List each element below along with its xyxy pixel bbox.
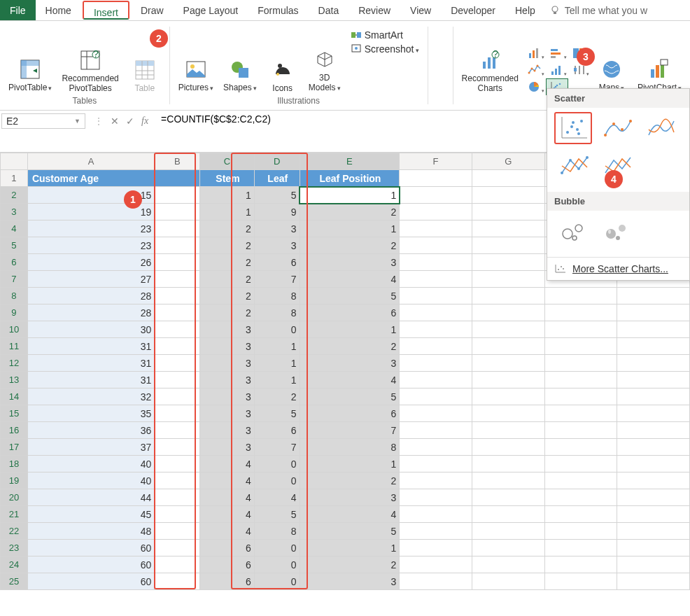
cell-E18[interactable]: 1 xyxy=(300,456,400,472)
row-header-15[interactable]: 15 xyxy=(1,405,28,422)
cell-E11[interactable]: 2 xyxy=(300,338,400,355)
cell-C7[interactable]: 2 xyxy=(200,271,255,288)
screenshot-button[interactable]: Screenshot xyxy=(346,42,423,56)
cell-B11[interactable] xyxy=(155,338,200,355)
cell-H11[interactable] xyxy=(544,338,617,355)
cell-A10[interactable]: 30 xyxy=(27,321,154,338)
cell-G22[interactable] xyxy=(472,523,544,540)
cell-C12[interactable]: 3 xyxy=(200,355,255,372)
cell-D15[interactable]: 5 xyxy=(254,405,300,422)
3d-models-button[interactable]: 3D Models xyxy=(304,45,345,94)
cell-G3[interactable] xyxy=(472,204,544,220)
cell-B15[interactable] xyxy=(155,405,200,422)
icons-button[interactable]: Icons xyxy=(262,55,303,94)
cell-H17[interactable] xyxy=(544,439,617,456)
scatter-straight-lines-markers-option[interactable] xyxy=(554,150,592,182)
cell-E21[interactable]: 4 xyxy=(300,506,400,523)
cell-H23[interactable] xyxy=(544,540,617,556)
cell-B9[interactable] xyxy=(155,304,200,321)
cell-G25[interactable] xyxy=(472,573,544,590)
cell-F5[interactable] xyxy=(400,237,472,254)
cell-H25[interactable] xyxy=(544,573,617,590)
cell-C21[interactable]: 4 xyxy=(200,506,255,523)
cell-E19[interactable]: 2 xyxy=(300,472,400,489)
insert-function-button[interactable]: fx xyxy=(141,115,148,127)
cell-H19[interactable] xyxy=(544,472,617,489)
cell-F6[interactable] xyxy=(400,254,472,271)
shapes-button[interactable]: Shapes xyxy=(219,55,261,94)
tab-developer[interactable]: Developer xyxy=(441,0,505,20)
tab-help[interactable]: Help xyxy=(505,0,545,20)
tab-data[interactable]: Data xyxy=(309,0,349,20)
cell-D18[interactable]: 0 xyxy=(254,456,300,472)
row-header-8[interactable]: 8 xyxy=(1,288,28,304)
cell-I21[interactable] xyxy=(617,506,690,523)
cell-G8[interactable] xyxy=(472,288,544,304)
cell-F10[interactable] xyxy=(400,321,472,338)
cell-G23[interactable] xyxy=(472,540,544,556)
cell-H15[interactable] xyxy=(544,405,617,422)
bar-chart-button[interactable]: ▾ xyxy=(547,46,568,61)
col-header-F[interactable]: F xyxy=(400,153,472,170)
cell-E15[interactable]: 6 xyxy=(300,405,400,422)
cell-A24[interactable]: 60 xyxy=(27,556,154,573)
scatter-smooth-lines-option[interactable] xyxy=(641,112,679,144)
cell-F14[interactable] xyxy=(400,388,472,405)
cell-D7[interactable]: 7 xyxy=(254,271,300,288)
cell-B6[interactable] xyxy=(155,254,200,271)
cell-E8[interactable]: 5 xyxy=(300,288,400,304)
cell-B13[interactable] xyxy=(155,372,200,388)
cell-C25[interactable]: 6 xyxy=(200,573,255,590)
cell-G19[interactable] xyxy=(472,472,544,489)
cell-C24[interactable]: 6 xyxy=(200,556,255,573)
cell-F11[interactable] xyxy=(400,338,472,355)
cell-B2[interactable] xyxy=(155,187,200,204)
cell-G21[interactable] xyxy=(472,506,544,523)
cell-D17[interactable]: 7 xyxy=(254,439,300,456)
cell-C1[interactable]: Stem xyxy=(200,170,255,187)
cell-F2[interactable] xyxy=(400,187,472,204)
row-header-3[interactable]: 3 xyxy=(1,204,28,220)
cell-D14[interactable]: 2 xyxy=(254,388,300,405)
cell-F16[interactable] xyxy=(400,422,472,439)
cell-F23[interactable] xyxy=(400,540,472,556)
cell-E25[interactable]: 3 xyxy=(300,573,400,590)
cell-A14[interactable]: 32 xyxy=(27,388,154,405)
row-header-16[interactable]: 16 xyxy=(1,422,28,439)
cell-G1[interactable] xyxy=(472,170,544,187)
tab-insert[interactable]: Insert xyxy=(83,1,129,20)
cell-H12[interactable] xyxy=(544,355,617,372)
cell-B25[interactable] xyxy=(155,573,200,590)
cell-C9[interactable]: 2 xyxy=(200,304,255,321)
cell-I17[interactable] xyxy=(617,439,690,456)
cell-B12[interactable] xyxy=(155,355,200,372)
cell-G14[interactable] xyxy=(472,388,544,405)
cell-D10[interactable]: 0 xyxy=(254,321,300,338)
cell-B23[interactable] xyxy=(155,540,200,556)
row-header-2[interactable]: 2 xyxy=(1,187,28,204)
cell-F20[interactable] xyxy=(400,489,472,506)
row-header-20[interactable]: 20 xyxy=(1,489,28,506)
cell-B8[interactable] xyxy=(155,288,200,304)
cell-G6[interactable] xyxy=(472,254,544,271)
more-scatter-charts-button[interactable]: More Scatter Charts... xyxy=(547,257,689,280)
cell-A7[interactable]: 27 xyxy=(27,271,154,288)
col-header-A[interactable]: A xyxy=(27,153,154,170)
cell-D5[interactable]: 3 xyxy=(254,237,300,254)
cell-D24[interactable]: 0 xyxy=(254,556,300,573)
scatter-option[interactable] xyxy=(554,112,592,144)
cell-C16[interactable]: 3 xyxy=(200,422,255,439)
cell-H10[interactable] xyxy=(544,321,617,338)
cell-D9[interactable]: 8 xyxy=(254,304,300,321)
scatter-smooth-lines-markers-option[interactable] xyxy=(598,112,635,144)
row-header-25[interactable]: 25 xyxy=(1,573,28,590)
pictures-button[interactable]: Pictures xyxy=(174,55,218,94)
col-header-D[interactable]: D xyxy=(254,153,300,170)
table-button[interactable]: Table xyxy=(125,55,165,94)
cell-E16[interactable]: 7 xyxy=(300,422,400,439)
cell-I8[interactable] xyxy=(617,288,690,304)
pivottable-button[interactable]: PivotTable xyxy=(4,55,56,94)
row-header-4[interactable]: 4 xyxy=(1,220,28,237)
cell-A11[interactable]: 31 xyxy=(27,338,154,355)
cell-G2[interactable] xyxy=(472,187,544,204)
